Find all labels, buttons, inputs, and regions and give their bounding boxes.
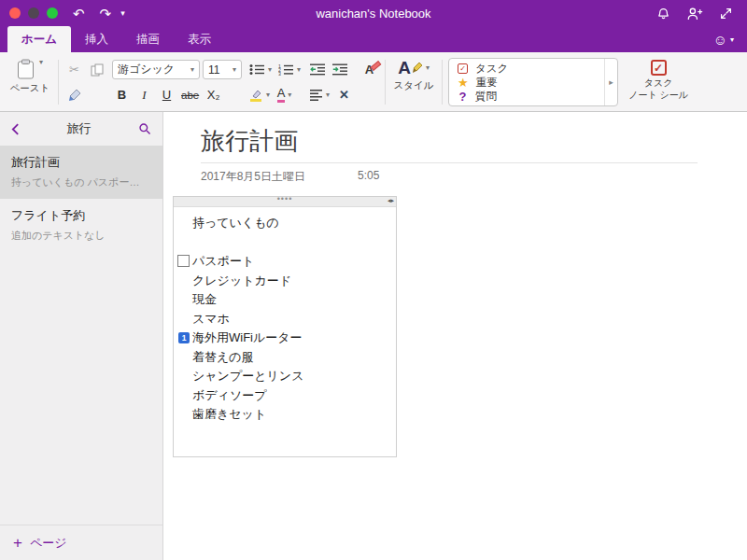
tab-draw[interactable]: 描画: [122, 26, 174, 52]
paste-label: ペースト: [10, 82, 50, 95]
copy-button[interactable]: [87, 60, 106, 80]
note-text[interactable]: 海外用WiFiルーター: [192, 329, 303, 346]
back-chevron-icon[interactable]: [11, 122, 20, 136]
clear-formatting-button[interactable]: A: [359, 60, 379, 80]
resize-arrows-icon[interactable]: ◂▸: [388, 197, 394, 204]
note-line[interactable]: 歯磨きセット: [174, 405, 396, 425]
ribbon: ▾ ペースト ✂ 游ゴシック ▾: [0, 52, 747, 112]
font-group: 游ゴシック ▾ 11 ▾ B I U abe X₂: [112, 57, 242, 107]
undo-icon[interactable]: ↶: [73, 7, 85, 21]
arrow-right-icon: ▸: [609, 77, 613, 87]
note-line[interactable]: 着替えの服: [174, 348, 396, 368]
zoom-window-button[interactable]: [47, 7, 58, 19]
task-seal-checkbox-icon: ✓: [651, 60, 667, 76]
numbered-list-button[interactable]: 123 ▾: [276, 60, 303, 80]
font-name-value: 游ゴシック: [118, 62, 175, 77]
numbered-list-icon: 123: [278, 63, 294, 76]
wifi-note-tag-icon[interactable]: 1: [178, 332, 190, 343]
note-text[interactable]: 現金: [192, 291, 217, 308]
note-line[interactable]: ボディソープ: [174, 386, 396, 406]
page-title-block: 旅行計画: [201, 127, 698, 163]
add-page-button[interactable]: + ページ: [0, 525, 162, 560]
format-painter-button[interactable]: [64, 85, 84, 105]
tag-important-label: 重要: [476, 76, 498, 90]
note-line[interactable]: パスポート: [174, 252, 396, 272]
note-line-empty[interactable]: [174, 233, 396, 253]
note-text[interactable]: 着替えの服: [192, 349, 254, 366]
note-line[interactable]: 持っていくもの: [174, 214, 396, 233]
bullet-list-button[interactable]: ▾: [247, 60, 274, 80]
tab-home[interactable]: ホーム: [7, 26, 71, 52]
note-container-handle[interactable]: •••• ◂▸: [174, 197, 396, 207]
tag-question-label: 質問: [475, 90, 497, 104]
highlight-color-button[interactable]: ▾: [247, 85, 272, 105]
x-delete-icon: ✕: [339, 88, 349, 102]
close-window-button[interactable]: [9, 7, 21, 19]
add-page-label: ページ: [30, 535, 67, 552]
page-time: 5:05: [358, 169, 379, 185]
notifications-bell-icon[interactable]: [656, 7, 670, 21]
page-item-flight-booking[interactable]: フライト予約 追加のテキストなし: [0, 199, 162, 252]
outdent-button[interactable]: [308, 60, 328, 80]
page-date: 2017年8月5日土曜日: [201, 169, 305, 185]
note-container[interactable]: •••• ◂▸ 持っていくもの パスポート クレジットカード: [173, 196, 397, 457]
clear-format-group: A: [359, 57, 379, 107]
cut-button[interactable]: ✂: [64, 60, 84, 80]
quick-access-chevron-icon[interactable]: ▾: [120, 9, 125, 18]
note-page-title[interactable]: 旅行計画: [201, 127, 698, 155]
section-title: 旅行: [20, 120, 138, 137]
chevron-down-icon: ▾: [266, 91, 270, 99]
feedback-smiley-button[interactable]: ☺ ▾: [713, 26, 747, 52]
tag-important-item[interactable]: ★ 重要: [458, 76, 596, 90]
note-canvas[interactable]: 旅行計画 2017年8月5日土曜日 5:05 •••• ◂▸ 持っていくもの: [163, 112, 747, 560]
strikethrough-button[interactable]: abe: [179, 85, 201, 105]
tags-gallery: ✓ タスク ★ 重要 ? 質問 ▸: [448, 58, 618, 106]
page-item-travel-plan[interactable]: 旅行計画 持っていくもの パスポー…: [0, 146, 162, 199]
note-text[interactable]: クレジットカード: [192, 273, 291, 289]
fullscreen-expand-icon[interactable]: [720, 7, 732, 20]
styles-button[interactable]: A ▾ スタイル: [391, 57, 436, 92]
minimize-window-button[interactable]: [28, 7, 39, 19]
star-icon: ★: [458, 77, 469, 89]
delete-button[interactable]: ✕: [334, 85, 354, 105]
chevron-down-icon: ▾: [326, 91, 330, 99]
tag-question-item[interactable]: ? 質問: [458, 90, 596, 104]
italic-button[interactable]: I: [134, 85, 154, 105]
note-line[interactable]: シャンプーとリンス: [174, 367, 396, 386]
divider: [385, 60, 386, 105]
paste-button[interactable]: ▾ ペースト: [7, 57, 52, 95]
share-add-person-icon[interactable]: [687, 7, 703, 21]
tag-task-item[interactable]: ✓ タスク: [458, 62, 596, 76]
note-text[interactable]: 持っていくもの: [192, 215, 279, 231]
note-line[interactable]: スマホ: [174, 310, 396, 329]
search-icon[interactable]: [138, 122, 151, 135]
todo-checkbox[interactable]: [177, 255, 190, 267]
smiley-icon: ☺: [713, 32, 727, 48]
note-line[interactable]: 現金: [174, 290, 396, 310]
page-item-preview: 追加のテキストなし: [11, 229, 151, 243]
tab-insert[interactable]: 挿入: [71, 26, 122, 52]
indent-button[interactable]: [331, 60, 350, 80]
font-color-button[interactable]: A ▾: [275, 85, 294, 105]
task-note-seal-button[interactable]: ✓ タスク ノート シール: [624, 57, 693, 101]
outdent-icon: [310, 63, 326, 76]
note-text[interactable]: スマホ: [192, 311, 230, 328]
underline-button[interactable]: U: [157, 85, 176, 105]
redo-icon[interactable]: ↷: [100, 7, 112, 21]
note-line[interactable]: クレジットカード: [174, 272, 396, 291]
bold-button[interactable]: B: [112, 85, 132, 105]
note-text[interactable]: シャンプーとリンス: [192, 368, 303, 385]
highlighter-icon: [249, 89, 263, 102]
note-line[interactable]: 1 海外用WiFiルーター: [174, 329, 396, 348]
copy-icon: [91, 63, 104, 77]
alignment-button[interactable]: ▾: [308, 85, 331, 105]
font-name-select[interactable]: 游ゴシック ▾: [112, 60, 200, 79]
subscript-button[interactable]: X₂: [204, 85, 223, 105]
note-text[interactable]: パスポート: [192, 253, 254, 270]
note-text[interactable]: 歯磨きセット: [192, 406, 266, 423]
window-title: wanichan's Notebook: [0, 7, 747, 21]
tags-more-button[interactable]: ▸: [604, 59, 617, 105]
note-text[interactable]: ボディソープ: [192, 387, 267, 404]
tab-view[interactable]: 表示: [174, 26, 225, 52]
font-size-select[interactable]: 11 ▾: [203, 60, 242, 79]
